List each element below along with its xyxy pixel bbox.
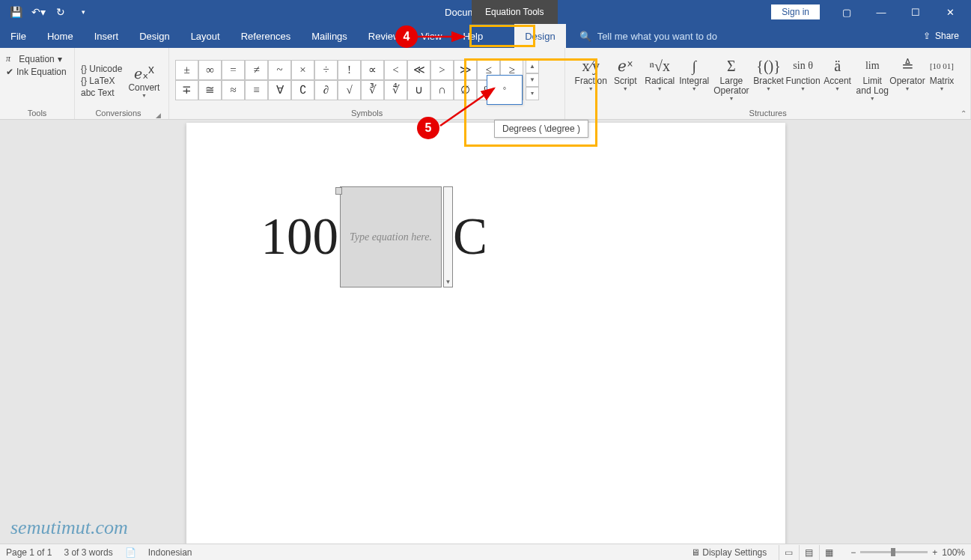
symbol-plus-minus[interactable]: ±	[175, 60, 198, 80]
tab-insert[interactable]: Insert	[84, 24, 130, 48]
view-read-mode[interactable]: ▭	[779, 545, 798, 560]
annotation-tooltip-degrees: Degrees ( \degree )	[494, 120, 588, 138]
symbol-congruent[interactable]: ≅	[198, 80, 222, 100]
page[interactable]: 100 Type equation here. ▼ C	[186, 123, 785, 544]
status-language[interactable]: Indonesian	[148, 547, 192, 558]
symbol-infinity[interactable]: ∞	[198, 60, 222, 80]
search-icon: 🔍	[579, 31, 591, 42]
status-words[interactable]: 3 of 3 words	[64, 547, 112, 558]
symbol-times[interactable]: ×	[291, 60, 314, 80]
symbol-minus-plus[interactable]: ∓	[175, 80, 198, 100]
tab-layout[interactable]: Layout	[180, 24, 231, 48]
sign-in-button[interactable]: Sign in	[771, 4, 820, 19]
symbol-not-equals[interactable]: ≠	[245, 60, 268, 80]
zoom-level[interactable]: 100%	[942, 547, 965, 558]
annotation-badge-5: 5	[417, 117, 439, 139]
symbol-qdrt[interactable]: ∜	[384, 80, 407, 100]
symbol-divide[interactable]: ÷	[314, 60, 338, 80]
status-page[interactable]: Page 1 of 1	[6, 547, 52, 558]
limit-icon: lim	[865, 55, 880, 76]
symbol-partial[interactable]: ∂	[314, 80, 338, 100]
symbol-much-greater[interactable]: ≫	[454, 60, 477, 80]
equation-placeholder: Type equation here.	[350, 231, 432, 243]
symbol-union[interactable]: ∪	[407, 80, 430, 100]
redo-button[interactable]: ↻	[51, 2, 70, 22]
fraction-button[interactable]: x⁄yFraction▼	[574, 54, 607, 101]
equation-button[interactable]: π Equation▾	[6, 53, 68, 64]
undo-button[interactable]: ↶▾	[28, 2, 48, 22]
tab-equation-design[interactable]: Design	[514, 24, 565, 48]
quick-access-toolbar: 💾 ↶▾ ↻ ▾	[0, 2, 93, 22]
symbols-expand[interactable]: ▾	[526, 87, 539, 100]
tab-home[interactable]: Home	[37, 24, 84, 48]
group-tools: π Equation▾ ✔Ink Equation Tools	[0, 48, 75, 119]
annotation-arrow-5	[439, 82, 499, 129]
status-proofing-icon[interactable]: 📄	[125, 547, 136, 558]
tab-references[interactable]: References	[231, 24, 301, 48]
latex-button[interactable]: {} LaTeX	[81, 76, 122, 86]
symbol-cbrt[interactable]: ∛	[361, 80, 384, 100]
maximize-button[interactable]: ☐	[899, 0, 932, 24]
symbols-scroll-down[interactable]: ▼	[526, 73, 539, 87]
symbol-equals[interactable]: =	[222, 60, 245, 80]
ink-equation-button[interactable]: ✔Ink Equation	[6, 67, 68, 77]
symbol-proportional[interactable]: ∝	[361, 60, 384, 80]
symbol-greater-than[interactable]: >	[430, 60, 454, 80]
symbol-forall[interactable]: ∀	[268, 80, 291, 100]
window-controls: Sign in ▢ — ☐ ✕	[771, 0, 971, 24]
symbols-gallery-spinner[interactable]: ▲ ▼ ▾	[526, 60, 539, 100]
zoom-slider[interactable]	[860, 551, 928, 553]
accent-button[interactable]: äAccent▼	[821, 54, 854, 101]
bracket-icon: {()}	[756, 55, 781, 76]
radical-button[interactable]: ⁿ√xRadical▼	[643, 54, 676, 101]
integral-button[interactable]: ∫Integral▼	[678, 54, 710, 101]
view-web-layout[interactable]: ▦	[819, 545, 838, 560]
tell-me-search[interactable]: 🔍 Tell me what you want to do	[579, 24, 717, 48]
zoom-out-button[interactable]: −	[850, 547, 856, 558]
symbol-tilde[interactable]: ~	[268, 60, 291, 80]
limit-log-button[interactable]: limLimit and Log▼	[856, 54, 889, 101]
qat-customize[interactable]: ▾	[73, 2, 93, 22]
equation-line: 100 Type equation here. ▼ C	[261, 186, 488, 287]
symbol-sqrt[interactable]: √	[338, 80, 361, 100]
symbols-scroll-up[interactable]: ▲	[526, 60, 539, 73]
save-button[interactable]: 💾	[6, 2, 25, 22]
bracket-button[interactable]: {()}Bracket▼	[752, 54, 785, 101]
symbol-less-than[interactable]: <	[384, 60, 407, 80]
zoom-in-button[interactable]: +	[932, 547, 937, 558]
conversions-launcher[interactable]: ◢	[156, 112, 162, 119]
tab-design[interactable]: Design	[129, 24, 180, 48]
document-area[interactable]: 100 Type equation here. ▼ C semutimut.co…	[0, 120, 971, 544]
function-icon: sin θ	[793, 55, 813, 76]
matrix-button[interactable]: [10 01]Matrix▼	[925, 54, 958, 101]
sigma-icon: Σ	[727, 55, 736, 76]
ribbon-tabs: File Home Insert Design Layout Reference…	[0, 24, 971, 48]
text-before-equation: 100	[261, 207, 339, 267]
tab-mailings[interactable]: Mailings	[301, 24, 358, 48]
symbol-identical[interactable]: ≡	[245, 80, 268, 100]
symbol-approx[interactable]: ≈	[222, 80, 245, 100]
view-print-layout[interactable]: ▤	[799, 545, 818, 560]
close-button[interactable]: ✕	[934, 0, 967, 24]
text-button[interactable]: abc Text	[81, 88, 122, 98]
function-button[interactable]: sin θFunction▼	[787, 54, 820, 101]
script-button[interactable]: ℯˣScript▼	[609, 54, 642, 101]
group-conversions: {} Unicode {} LaTeX abc Text ℯₓx Convert…	[75, 48, 169, 119]
collapse-ribbon-button[interactable]: ⌃	[961, 109, 967, 118]
tab-file[interactable]: File	[0, 24, 37, 48]
symbol-complement[interactable]: ∁	[291, 80, 314, 100]
equation-options-handle[interactable]: ▼	[443, 186, 453, 287]
share-label: Share	[935, 31, 959, 41]
unicode-button[interactable]: {} Unicode	[81, 64, 122, 74]
equation-editor-box[interactable]: Type equation here.	[340, 186, 442, 287]
convert-button[interactable]: ℯₓx Convert ▼	[125, 60, 162, 100]
operator-button[interactable]: ≜Operator▼	[891, 54, 924, 101]
share-button[interactable]: ⇪ Share	[911, 24, 971, 48]
display-settings-button[interactable]: 🖥 Display Settings	[691, 547, 767, 558]
ribbon-display-options[interactable]: ▢	[830, 0, 863, 24]
large-operator-button[interactable]: ΣLarge Operator▼	[712, 54, 750, 101]
symbol-factorial[interactable]: !	[338, 60, 361, 80]
symbol-much-less[interactable]: ≪	[407, 60, 430, 80]
integral-icon: ∫	[693, 55, 696, 76]
minimize-button[interactable]: —	[865, 0, 898, 24]
